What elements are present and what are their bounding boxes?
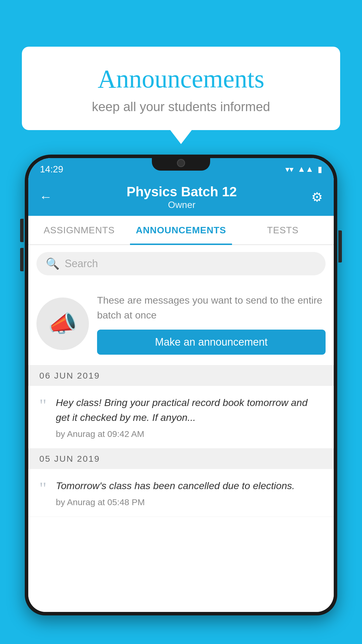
volume-up-button [20,219,24,242]
phone-camera [177,159,185,167]
status-icons: ▾▾ ▲▲ ▮ [285,164,322,174]
announcement-icon-circle: 📣 [36,298,89,350]
announcement-item-2[interactable]: " Tomorrow's class has been cancelled du… [28,469,334,517]
volume-down-button [20,248,24,271]
announcement-content-1: Hey class! Bring your practical record b… [56,395,323,439]
empty-content: These are messages you want to send to t… [97,293,326,355]
phone-outer: 14:29 ▾▾ ▲▲ ▮ ← Physics Batch 12 Owner ⚙ [25,155,337,615]
battery-icon: ▮ [318,164,322,174]
date-separator-2: 05 JUN 2019 [28,449,334,469]
bubble-title: Announcements [39,64,323,94]
header-title: Physics Batch 12 [126,184,237,200]
status-time: 14:29 [40,164,63,175]
quote-icon-2: " [39,480,47,507]
bubble-subtitle: keep all your students informed [39,99,323,114]
empty-state: 📣 These are messages you want to send to… [28,282,334,365]
announcement-meta-2: by Anurag at 05:48 PM [56,497,323,507]
search-icon: 🔍 [46,257,59,270]
tab-announcements[interactable]: ANNOUNCEMENTS [130,216,232,244]
tab-tests[interactable]: TESTS [232,216,334,244]
wifi-icon: ▾▾ [285,164,294,174]
signal-icon: ▲▲ [298,164,314,174]
speech-bubble-container: Announcements keep all your students inf… [22,47,340,130]
announcement-text-2: Tomorrow's class has been cancelled due … [56,478,323,493]
back-button[interactable]: ← [39,190,52,204]
header-subtitle: Owner [126,200,237,210]
quote-icon-1: " [39,396,47,439]
date-separator-1: 06 JUN 2019 [28,365,334,386]
app-header: ← Physics Batch 12 Owner ⚙ [28,178,334,216]
search-box[interactable]: 🔍 Search [36,252,326,275]
make-announcement-button[interactable]: Make an announcement [97,330,326,355]
power-button [338,230,342,262]
phone-container: 14:29 ▾▾ ▲▲ ▮ ← Physics Batch 12 Owner ⚙ [25,155,337,644]
phone-screen: 14:29 ▾▾ ▲▲ ▮ ← Physics Batch 12 Owner ⚙ [28,158,334,612]
search-container: 🔍 Search [28,245,334,282]
settings-icon[interactable]: ⚙ [311,190,323,204]
phone-notch [152,155,210,171]
header-center: Physics Batch 12 Owner [126,184,237,210]
speech-bubble: Announcements keep all your students inf… [22,47,340,130]
search-placeholder: Search [65,258,98,270]
megaphone-icon: 📣 [48,310,77,337]
announcement-meta-1: by Anurag at 09:42 AM [56,429,323,439]
announcement-content-2: Tomorrow's class has been cancelled due … [56,478,323,507]
announcement-item-1[interactable]: " Hey class! Bring your practical record… [28,386,334,449]
tabs-bar: ASSIGNMENTS ANNOUNCEMENTS TESTS [28,216,334,245]
content-area: 🔍 Search 📣 These are messages you want t… [28,245,334,612]
announcement-text-1: Hey class! Bring your practical record b… [56,395,323,425]
empty-state-text: These are messages you want to send to t… [97,293,326,323]
tab-assignments[interactable]: ASSIGNMENTS [28,216,130,244]
